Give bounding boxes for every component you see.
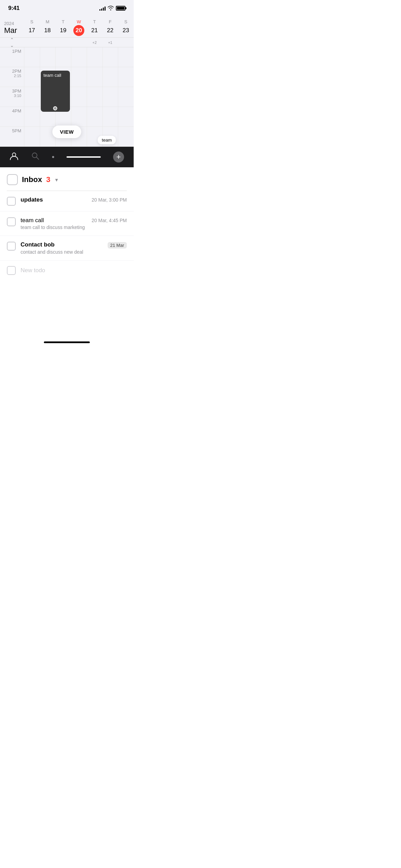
time-grid: 1PM 2PM 2:15 [0,47,134,147]
day-col-sat[interactable]: S 23 [118,19,134,36]
status-time: 9:41 [8,5,20,12]
add-icon: + [117,153,121,161]
wifi-icon [108,5,114,11]
drag-handle-icon[interactable] [53,106,57,110]
svg-line-2 [36,157,39,159]
indicator-sat [118,40,134,45]
month-label: Mar [4,26,17,35]
signal-bars-icon [99,6,106,11]
day-letter-sun: S [31,19,34,24]
todo-content-contact-bob: Contact bob 21 Mar contact and discuss n… [21,241,127,255]
day-number-mon: 18 [42,25,53,36]
status-icons [99,5,125,11]
tab-dot-indicator [52,156,54,158]
inbox-chevron-icon[interactable]: ▾ [55,177,58,183]
todo-subtitle-team-call: team call to discuss marketing [21,225,127,230]
todo-section: Inbox 3 ▾ updates 20 Mar, 3:00 PM team c… [0,167,134,339]
event-indicators: +2 +1 [24,40,134,45]
indicator-wed [71,40,87,45]
day-cells-1pm [24,47,134,67]
team-bubble[interactable]: team [98,136,116,144]
todo-checkbox-team-call[interactable] [7,217,16,226]
day-number-wed: 20 [73,25,84,36]
todo-title-contact-bob: Contact bob [21,241,54,248]
day-number-thu: 21 [89,25,100,36]
day-col-sun[interactable]: S 17 [24,19,40,36]
inbox-title: Inbox [22,175,42,184]
home-indicator [0,339,134,347]
year-label: 2024 [4,21,14,26]
new-todo-checkbox[interactable] [7,266,16,275]
day-number-sat: 23 [120,25,131,36]
indicator-sun [24,40,40,45]
day-col-mon[interactable]: M 18 [40,19,56,36]
indicator-tue [55,40,71,45]
time-label-3pm: 3PM 3:10 [0,87,24,107]
inbox-checkbox[interactable] [7,174,18,185]
status-bar: 9:41 [0,0,134,16]
day-cells-4pm [24,107,134,126]
week-header: 2024 Mar S 17 M 18 T 19 W 20 [0,16,134,38]
home-bar [44,341,90,343]
battery-icon [116,6,125,11]
calendar-event-title: team call [44,73,61,78]
day-letter-tue: T [62,19,64,24]
day-col-fri[interactable]: F 22 [102,19,118,36]
todo-subtitle-contact-bob: contact and discuss new deal [21,249,127,255]
day-letter-thu: T [93,19,96,24]
todo-date-contact-bob: 21 Mar [108,242,127,249]
tab-person-button[interactable] [10,152,19,162]
indicator-fri: +1 [102,40,118,45]
tab-bar: + [0,147,134,167]
todo-content-team-call: team call 20 Mar, 4:45 PM team call to d… [21,217,127,230]
todo-title-updates: updates [21,196,43,203]
year-month: 2024 Mar [0,20,24,35]
day-letter-sat: S [124,19,127,24]
day-cells-2pm: team call [24,67,134,87]
day-letter-mon: M [46,19,49,24]
day-col-wed[interactable]: W 20 [71,19,87,36]
day-col-tue[interactable]: T 19 [55,19,71,36]
todo-item-contact-bob[interactable]: Contact bob 21 Mar contact and discuss n… [0,236,134,261]
time-label-1pm: 1PM [0,47,24,67]
todo-item-updates[interactable]: updates 20 Mar, 3:00 PM [0,191,134,212]
view-popup-label: VIEW [60,129,74,135]
day-columns: S 17 M 18 T 19 W 20 T 21 [24,19,134,36]
day-number-tue: 19 [58,25,69,36]
day-number-fri: 22 [105,25,116,36]
todo-checkbox-updates[interactable] [7,197,16,206]
indicator-thu: +2 [87,40,102,45]
expand-row: ⌃⌄ +2 +1 [0,38,134,47]
day-number-sun: 17 [26,25,37,36]
tab-search-button[interactable] [31,152,40,162]
time-label-2pm: 2PM 2:15 [0,67,24,87]
calendar-section: 2024 Mar S 17 M 18 T 19 W 20 [0,16,134,147]
view-popup[interactable]: VIEW [52,125,81,138]
todo-item-team-call[interactable]: team call 20 Mar, 4:45 PM team call to d… [0,212,134,236]
time-label-5pm: 5PM [0,127,24,146]
day-col-thu[interactable]: T 21 [87,19,102,36]
new-todo-item[interactable]: New todo [0,261,134,280]
expand-button[interactable]: ⌃⌄ [0,37,24,48]
svg-point-0 [12,153,16,156]
day-letter-fri: F [109,19,111,24]
todo-title-team-call: team call [21,217,44,224]
todo-date-team-call: 20 Mar, 4:45 PM [92,218,127,223]
event-cell-mon: team call [40,67,56,87]
day-letter-wed: W [77,19,81,24]
todo-date-updates: 20 Mar, 3:00 PM [92,197,127,203]
todo-content-updates: updates 20 Mar, 3:00 PM [21,196,127,203]
todo-checkbox-contact-bob[interactable] [7,242,16,251]
new-todo-label: New todo [21,267,45,274]
time-row-2pm: 2PM 2:15 team call [0,67,134,87]
expand-icon: ⌃⌄ [10,37,14,48]
time-label-4pm: 4PM [0,107,24,126]
indicator-mon [40,40,56,45]
tab-home-indicator [66,156,101,158]
time-row-5pm: 5PM VIEW team [0,127,134,147]
tab-add-button[interactable]: + [113,152,124,162]
time-row-1pm: 1PM [0,47,134,67]
team-bubble-label: team [102,137,112,143]
inbox-count: 3 [46,175,50,184]
calendar-event-team-call[interactable]: team call [41,71,70,112]
